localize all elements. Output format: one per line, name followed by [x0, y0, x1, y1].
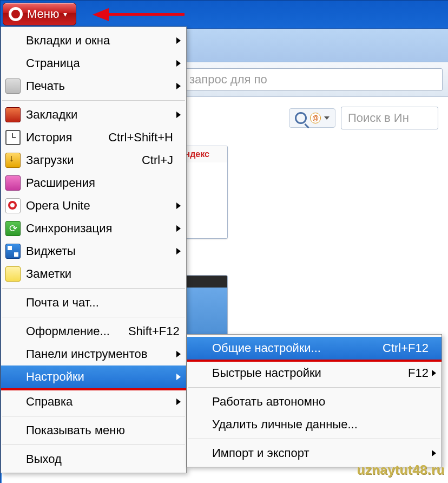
settings-submenu: Общие настройки...Ctrl+F12Быстрые настро…: [187, 334, 442, 467]
menu-item-label: Выход: [26, 452, 173, 466]
chevron-down-icon: [324, 116, 330, 120]
menu-item-shortcut: F12: [408, 366, 429, 380]
sync-icon: ⟳: [5, 221, 21, 236]
menu-separator: [188, 439, 440, 439]
menu-item-label: Работать автономно: [212, 395, 429, 409]
submenu-arrow-icon: [176, 225, 181, 232]
menu-separator: [2, 317, 185, 317]
sub-menu-item[interactable]: Удалить личные данные...: [187, 413, 442, 436]
menu-separator: [2, 100, 185, 101]
main-menu-item[interactable]: Закладки: [1, 103, 186, 126]
at-icon: @: [310, 113, 321, 123]
menu-item-label: Импорт и экспорт: [212, 446, 429, 460]
hist-icon: [5, 130, 21, 145]
main-menu-item[interactable]: Виджеты: [1, 240, 186, 263]
icon-spacer: [5, 394, 21, 409]
icon-spacer: [192, 365, 207, 381]
submenu-arrow-icon: [176, 60, 181, 67]
menu-item-label: Расширения: [26, 176, 173, 190]
main-menu-item[interactable]: ЗагрузкиCtrl+J: [1, 149, 186, 172]
opera-icon: [9, 7, 23, 21]
main-menu-item[interactable]: Вкладки и окна: [1, 29, 186, 52]
submenu-arrow-icon: [176, 374, 181, 380]
menu-item-label: Страница: [26, 56, 173, 70]
submenu-arrow-icon: [176, 37, 181, 44]
icon-spacer: [5, 33, 21, 48]
submenu-arrow-icon: [176, 399, 181, 405]
note-icon: [5, 266, 21, 282]
sub-menu-item[interactable]: Импорт и экспорт: [187, 442, 442, 465]
search-engine-selector[interactable]: @: [289, 108, 335, 128]
main-menu-item[interactable]: Справка: [1, 390, 186, 413]
down-icon: [5, 153, 21, 168]
main-menu-item[interactable]: Печать: [1, 75, 186, 97]
icon-spacer: [5, 347, 21, 362]
menu-item-shortcut: Ctrl+F12: [383, 341, 429, 355]
unite-icon: [5, 198, 21, 213]
main-menu-item[interactable]: Opera Unite: [1, 194, 186, 217]
menu-item-label: История: [26, 130, 90, 145]
sub-menu-item[interactable]: Общие настройки...Ctrl+F12: [187, 337, 442, 360]
icon-spacer: [192, 394, 207, 409]
menu-item-label: Общие настройки...: [212, 341, 364, 355]
main-menu-item[interactable]: Расширения: [1, 172, 186, 194]
main-menu-item[interactable]: Панели инструментов: [1, 343, 186, 365]
menu-button-label: Меню: [27, 7, 59, 21]
menu-separator: [2, 288, 185, 289]
icon-spacer: [5, 452, 21, 467]
menu-item-label: Оформление...: [26, 324, 110, 338]
main-menu-item[interactable]: Настройки: [1, 365, 186, 388]
menu-item-label: Виджеты: [26, 244, 173, 258]
menu-item-label: Удалить личные данные...: [212, 417, 429, 432]
title-bar: Меню ▾: [1, 1, 448, 29]
main-menu: Вкладки и окнаСтраницаПечатьЗакладкиИсто…: [1, 27, 187, 473]
submenu-arrow-icon: [176, 351, 181, 357]
menu-item-label: Справка: [26, 395, 173, 409]
browser-window: Меню ▾ + Turbo Введите адрес или запрос …: [0, 0, 448, 483]
main-menu-item[interactable]: Страница: [1, 52, 186, 75]
menu-item-label: Печать: [26, 79, 173, 93]
menu-item-label: Загрузки: [26, 153, 123, 167]
menu-separator: [2, 416, 185, 416]
menu-item-label: Вкладки и окна: [26, 34, 173, 48]
main-menu-item[interactable]: Почта и чат...: [1, 291, 186, 314]
sub-menu-item[interactable]: Быстрые настройкиF12: [187, 362, 442, 384]
sub-menu-item[interactable]: Работать автономно: [187, 390, 442, 413]
menu-item-label: Синхронизация: [26, 221, 173, 236]
menu-item-label: Заметки: [26, 267, 173, 281]
menu-button[interactable]: Меню ▾: [3, 3, 76, 25]
main-menu-item[interactable]: ⟳Синхронизация: [1, 217, 186, 240]
menu-item-label: Настройки: [26, 370, 173, 384]
main-menu-item[interactable]: Заметки: [1, 263, 186, 285]
menu-separator: [2, 445, 185, 445]
search-placeholder: Поиск в Ин: [348, 111, 409, 125]
main-menu-item[interactable]: ИсторияCtrl+Shift+H: [1, 126, 186, 149]
menu-item-shortcut: Ctrl+J: [142, 153, 173, 167]
book-icon: [5, 107, 21, 122]
submenu-arrow-icon: [432, 450, 436, 456]
icon-spacer: [192, 341, 207, 356]
main-menu-item[interactable]: Оформление...Shift+F12: [1, 320, 186, 343]
icon-spacer: [192, 417, 207, 432]
search-icon: [295, 112, 307, 124]
print-icon: [5, 79, 21, 94]
submenu-arrow-icon: [176, 248, 181, 254]
menu-item-label: Быстрые настройки: [212, 366, 390, 380]
menu-item-label: Opera Unite: [26, 199, 173, 213]
menu-item-label: Почта и чат...: [26, 296, 173, 310]
submenu-arrow-icon: [432, 370, 436, 376]
menu-item-label: Панели инструментов: [26, 347, 173, 361]
widget-icon: [5, 244, 21, 259]
submenu-arrow-icon: [176, 83, 181, 89]
watermark: uznaytut48.ru: [357, 462, 445, 478]
icon-spacer: [192, 446, 207, 461]
icon-spacer: [5, 369, 21, 384]
submenu-arrow-icon: [176, 203, 181, 209]
menu-item-shortcut: Ctrl+Shift+H: [108, 130, 173, 145]
menu-item-label: Закладки: [26, 108, 173, 122]
search-input[interactable]: Поиск в Ин: [341, 107, 438, 129]
submenu-arrow-icon: [176, 112, 181, 118]
ext-icon: [5, 175, 21, 191]
main-menu-item[interactable]: Выход: [1, 448, 186, 471]
main-menu-item[interactable]: Показывать меню: [1, 419, 186, 442]
